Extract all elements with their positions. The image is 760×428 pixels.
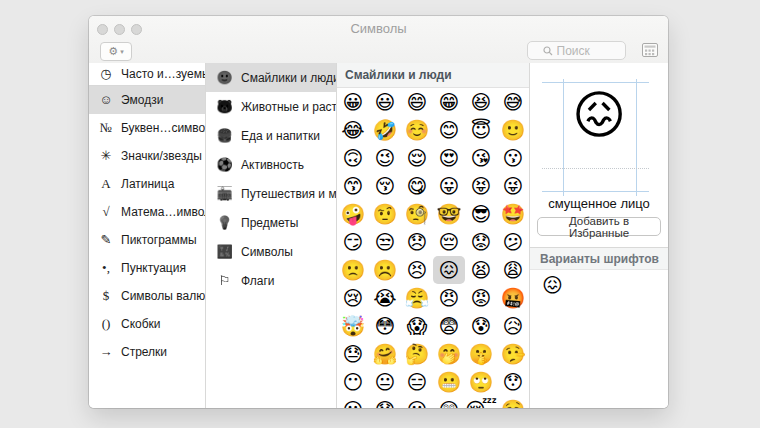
emoji-cell[interactable]: 🙁 [337,256,369,284]
emoji-cell-selected[interactable]: 😖 [433,256,465,284]
emoji-cell[interactable]: 😇 [465,116,497,144]
emoji-cell[interactable]: 🙂 [497,116,529,144]
emoji-cell[interactable]: 😙 [337,172,369,200]
emoji-cell[interactable]: 🤫 [465,340,497,368]
window-title: Символы [89,21,668,36]
emoji-cell[interactable]: 😡 [465,284,497,312]
emoji-cell[interactable]: 😉 [369,144,401,172]
emoji-cell[interactable]: 😴 [465,396,497,408]
emoji-cell[interactable]: 😌 [401,144,433,172]
emoji-cell[interactable]: 😛 [433,172,465,200]
emoji-cell[interactable]: 😎 [465,200,497,228]
category-item-2[interactable]: 🐻Животные и раст… [206,92,336,121]
emoji-cell[interactable]: 🧐 [401,200,433,228]
emoji-cell[interactable]: 😢 [337,284,369,312]
emoji-cell[interactable]: 😜 [497,172,529,200]
emoji-cell[interactable]: 🤬 [497,284,529,312]
emoji-cell[interactable]: 🤥 [497,340,529,368]
search-input[interactable] [557,44,611,58]
emoji-cell[interactable]: 😥 [497,312,529,340]
emoji-cell[interactable]: 😐 [369,368,401,396]
emoji-cell[interactable]: 🤤 [497,396,529,408]
emoji-cell[interactable]: 😧 [369,396,401,408]
emoji-cell[interactable]: 😣 [401,256,433,284]
character-palette-toggle-button[interactable] [641,42,659,58]
emoji-cell[interactable]: 😤 [401,284,433,312]
emoji-cell[interactable]: 😀 [337,88,369,116]
category-item-6[interactable]: 💡Предметы [206,208,336,237]
emoji-cell[interactable]: 😗 [497,144,529,172]
emoji-cell[interactable]: 😦 [337,396,369,408]
emoji-cell[interactable]: 😑 [401,368,433,396]
emoji-cell[interactable]: 🤣 [369,116,401,144]
emoji-cell[interactable]: 😲 [433,396,465,408]
emoji-cell[interactable]: 😚 [369,172,401,200]
emoji-cell[interactable]: 😬 [433,368,465,396]
category-item-7[interactable]: 🔣Символы [206,237,336,266]
category-item-1[interactable]: 🙂Смайлики и люди [206,63,336,92]
emoji-cell[interactable]: 😝 [465,172,497,200]
emoji-cell[interactable]: 😂 [337,116,369,144]
emoji-cell[interactable]: 😶 [337,368,369,396]
emoji-cell[interactable]: 🤨 [369,200,401,228]
emoji-cell[interactable]: 🤔 [401,340,433,368]
emoji-cell[interactable]: 😞 [401,228,433,256]
category-item-3[interactable]: 🍔Еда и напитки [206,121,336,150]
emoji-cell[interactable]: 😅 [497,88,529,116]
emoji-cell[interactable]: 🤗 [369,340,401,368]
emoji-cell[interactable]: 😒 [369,228,401,256]
sidebar-item-8[interactable]: •,Пунктуация [89,254,205,282]
sidebar-item-1[interactable]: ◷Часто и…зуемые [89,63,205,85]
category-item-4[interactable]: ⚽Активность [206,150,336,179]
emoji-cell[interactable]: ☹️ [369,256,401,284]
emoji-cell[interactable]: 😩 [497,256,529,284]
emoji-cell[interactable]: 😕 [497,228,529,256]
sidebar-item-10[interactable]: ()Скобки [89,310,205,338]
emoji-cell[interactable]: 😊 [433,116,465,144]
emoji-cell[interactable]: 🙄 [465,368,497,396]
emoji-cell[interactable]: 🤭 [433,340,465,368]
sidebar-item-5[interactable]: AЛатиница [89,170,205,198]
emoji-cell[interactable]: 😨 [433,312,465,340]
settings-button[interactable]: ⚙ ▾ [100,42,132,61]
emoji-cell[interactable]: 😮 [401,396,433,408]
emoji-cell[interactable]: 😫 [465,256,497,284]
emoji-cell[interactable]: 🤓 [433,200,465,228]
emoji-cell[interactable]: 😭 [369,284,401,312]
add-to-favorites-button[interactable]: Добавить в Избранные [537,217,661,236]
emoji-cell[interactable]: 😔 [433,228,465,256]
sidebar-item-6[interactable]: √Матема…имволы [89,198,205,226]
emoji-cell[interactable]: 😘 [465,144,497,172]
emoji-cell[interactable]: 🤩 [497,200,529,228]
emoji-cell[interactable]: 😳 [369,312,401,340]
emoji-cell[interactable]: 😟 [465,228,497,256]
smileys-category-icon: 🙂 [216,70,233,85]
emoji-cell[interactable]: 🙃 [337,144,369,172]
sidebar-item-9[interactable]: $Символы валют [89,282,205,310]
emoji-cell[interactable]: 😃 [369,88,401,116]
emoji-cell[interactable]: 😋 [401,172,433,200]
sidebar-item-3[interactable]: №Буквен…символы [89,114,205,142]
emoji-cell[interactable]: 😆 [465,88,497,116]
emoji-cell[interactable]: 🤪 [337,200,369,228]
sidebar-item-11[interactable]: →Стрелки [89,338,205,366]
search-field[interactable] [527,41,626,60]
category-item-5[interactable]: 🚋Путешествия и м… [206,179,336,208]
emoji-cell[interactable]: 😄 [401,88,433,116]
emoji-cell[interactable]: 😏 [337,228,369,256]
font-variant-item[interactable]: 😖 [542,275,563,295]
emoji-cell[interactable]: 😯 [497,368,529,396]
emoji-cell[interactable]: 😱 [401,312,433,340]
emoji-cell[interactable]: 😓 [337,340,369,368]
sidebar-item-2[interactable]: ☺Эмодзи [89,86,205,114]
gear-icon: ⚙ [108,46,118,57]
category-item-8[interactable]: ⚐Флаги [206,266,336,295]
emoji-cell[interactable]: 😰 [465,312,497,340]
emoji-cell[interactable]: ☺️ [401,116,433,144]
sidebar-item-4[interactable]: ✳Значки/звезды [89,142,205,170]
emoji-cell[interactable]: 😁 [433,88,465,116]
emoji-cell[interactable]: 😠 [433,284,465,312]
emoji-cell[interactable]: 🤯 [337,312,369,340]
sidebar-item-7[interactable]: ✎Пиктограммы [89,226,205,254]
emoji-cell[interactable]: 😍 [433,144,465,172]
